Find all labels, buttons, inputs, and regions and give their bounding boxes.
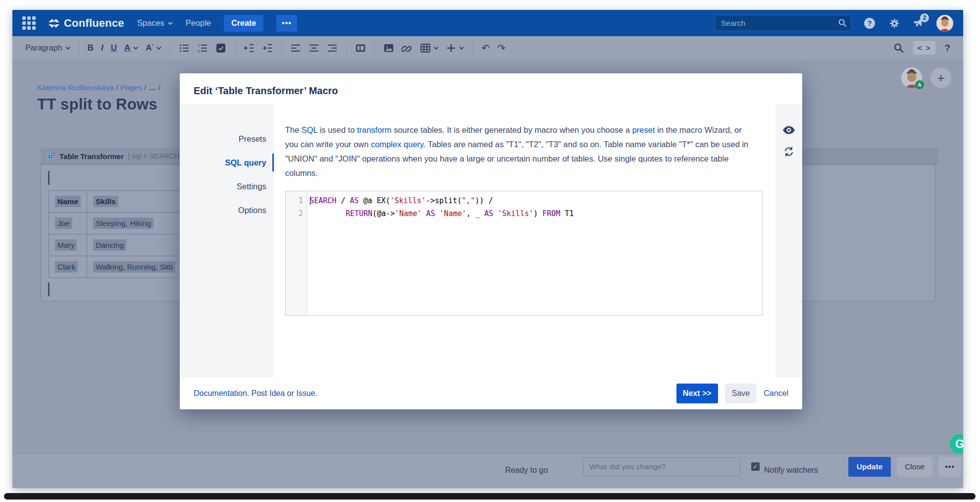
help-icon[interactable]: ? xyxy=(863,17,876,30)
toolbar-divider xyxy=(346,42,347,54)
paragraph-style-dropdown[interactable]: Paragraph xyxy=(25,44,70,53)
cancel-button[interactable]: Cancel xyxy=(764,389,788,398)
table-transformer-icon xyxy=(47,152,55,160)
chevron-down-icon xyxy=(434,47,439,50)
grammarly-icon[interactable]: G xyxy=(950,434,963,454)
macro-params: | sql = SEARCH xyxy=(128,152,179,160)
documentation-link[interactable]: Documentation xyxy=(194,389,247,397)
line-number: 1 xyxy=(286,194,303,207)
editing-status-badge: A xyxy=(915,80,924,89)
bold-button[interactable]: B xyxy=(88,43,94,53)
active-tab-indicator xyxy=(272,154,274,171)
dialog-content: The SQL is used to transform source tabl… xyxy=(274,104,775,378)
toolbar-divider xyxy=(170,42,170,54)
insert-image-icon[interactable] xyxy=(383,43,394,54)
source-editor-button[interactable]: < > xyxy=(913,41,936,55)
idea-link[interactable]: Idea xyxy=(269,389,285,397)
align-center-icon[interactable] xyxy=(309,43,319,54)
collaborator-avatar[interactable]: A xyxy=(901,67,922,88)
toolbar-divider xyxy=(281,42,282,54)
close-button[interactable]: Close xyxy=(897,457,932,477)
confluence-logo[interactable]: Confluence xyxy=(49,17,124,30)
tab-presets[interactable]: Presets xyxy=(180,127,274,151)
nav-item-people[interactable]: People xyxy=(186,18,211,28)
undo-icon[interactable]: ↶ xyxy=(481,43,490,53)
editor-toolbar: Paragraph B I U A A° xyxy=(12,36,963,59)
dialog-tab-list: Presets SQL query Settings Options xyxy=(180,104,274,378)
user-avatar[interactable] xyxy=(936,15,953,32)
nav-more-button[interactable]: ••• xyxy=(276,15,297,32)
chevron-down-icon xyxy=(65,47,70,50)
breadcrumb-ellipsis[interactable]: … xyxy=(149,83,156,92)
tab-options[interactable]: Options xyxy=(180,198,274,222)
table-cell[interactable]: Joe xyxy=(49,213,87,234)
issue-link[interactable]: Issue xyxy=(296,389,315,397)
dialog-title: Edit ‘Table Transformer’ Macro xyxy=(194,85,802,97)
redo-icon[interactable]: ↷ xyxy=(497,43,506,53)
bullet-list-icon[interactable] xyxy=(179,43,190,54)
dialog-side-rail xyxy=(775,104,802,378)
app-switcher-icon[interactable] xyxy=(22,16,36,30)
indent-icon[interactable] xyxy=(262,43,273,54)
svg-text:2: 2 xyxy=(198,49,200,54)
text-cursor xyxy=(48,171,50,185)
link-transform[interactable]: transform xyxy=(357,125,392,134)
numbered-list-icon[interactable]: 1 2 xyxy=(197,43,208,54)
tab-label: Presets xyxy=(239,134,266,144)
find-replace-icon[interactable] xyxy=(893,43,904,54)
insert-link-icon[interactable] xyxy=(402,43,413,54)
announcements-megaphone-icon[interactable]: 2 xyxy=(913,17,925,30)
table-cell[interactable]: Mary xyxy=(49,234,87,256)
breadcrumb-separator: / xyxy=(158,83,160,92)
text-color-dropdown[interactable]: A xyxy=(124,43,138,53)
table-cell[interactable]: Clark xyxy=(49,256,87,278)
next-button[interactable]: Next >> xyxy=(676,384,718,403)
create-button[interactable]: Create xyxy=(224,15,263,32)
statusbar-more-button[interactable]: ••• xyxy=(938,457,961,477)
invite-plus-button[interactable]: + xyxy=(930,67,951,88)
nav-item-spaces[interactable]: Spaces xyxy=(137,18,173,28)
settings-gear-icon[interactable] xyxy=(888,17,901,30)
outdent-icon[interactable] xyxy=(244,43,255,54)
update-button[interactable]: Update xyxy=(848,457,891,477)
page-layout-icon[interactable] xyxy=(355,43,366,54)
formatting-label: A° xyxy=(146,43,154,53)
insert-table-dropdown[interactable] xyxy=(420,43,439,54)
sql-code-editor[interactable]: 1 2 SEARCH / AS @a EX('Skills'->split(",… xyxy=(285,191,763,316)
table-icon xyxy=(420,43,431,54)
editor-help-icon[interactable]: ? xyxy=(944,43,950,54)
link-complex-query[interactable]: complex query xyxy=(371,140,423,149)
breadcrumb-link-author[interactable]: Katerina Rudkovskaya xyxy=(37,83,114,92)
align-left-icon[interactable] xyxy=(290,43,301,54)
more-formatting-dropdown[interactable]: A° xyxy=(146,43,161,53)
insert-more-dropdown[interactable] xyxy=(446,43,464,53)
breadcrumb-link-pages[interactable]: Pages xyxy=(120,83,142,92)
task-list-icon[interactable] xyxy=(215,43,226,54)
save-button[interactable]: Save xyxy=(725,384,757,403)
notify-watchers-label[interactable]: Notify watchers xyxy=(764,466,818,475)
link-preset[interactable]: preset xyxy=(632,125,655,134)
refresh-icon[interactable] xyxy=(783,146,795,158)
dialog-header: Edit ‘Table Transformer’ Macro xyxy=(180,73,802,104)
preview-eye-icon[interactable] xyxy=(783,124,795,136)
search-icon[interactable] xyxy=(838,18,847,27)
logo-text: Confluence xyxy=(64,17,124,30)
sql-description: The SQL is used to transform source tabl… xyxy=(285,123,757,180)
table-header-cell[interactable]: Name xyxy=(49,191,87,213)
top-nav: Confluence Spaces People Create ••• xyxy=(12,10,963,36)
tab-settings[interactable]: Settings xyxy=(180,174,274,198)
italic-button[interactable]: I xyxy=(101,43,103,53)
code-line-1: SEARCH / AS @a EX('Skills'->split(",")) … xyxy=(310,194,762,207)
text-color-label: A xyxy=(124,43,130,53)
confluence-logo-icon xyxy=(49,18,59,28)
tab-sql-query[interactable]: SQL query xyxy=(180,151,274,174)
change-comment-input[interactable] xyxy=(583,457,740,476)
toolbar-divider xyxy=(79,42,79,54)
chevron-down-icon xyxy=(133,47,138,50)
search-input[interactable] xyxy=(715,15,851,31)
align-right-icon[interactable] xyxy=(327,43,338,54)
code-area[interactable]: SEARCH / AS @a EX('Skills'->split(",")) … xyxy=(308,191,762,315)
link-sql[interactable]: SQL xyxy=(302,125,317,134)
notify-watchers-checkbox[interactable]: ✓ xyxy=(751,462,760,471)
underline-button[interactable]: U xyxy=(111,43,117,53)
